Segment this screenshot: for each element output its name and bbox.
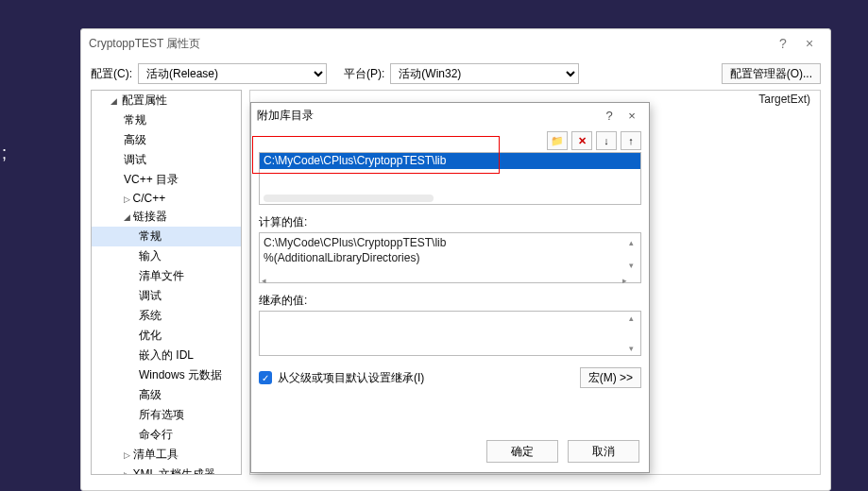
tree-item-linker-manifest[interactable]: 清单文件 xyxy=(92,266,241,286)
tree-item-linker-cmdline[interactable]: 命令行 xyxy=(92,425,241,445)
tree-item-linker-optimize[interactable]: 优化 xyxy=(92,326,241,346)
move-down-icon[interactable]: ↓ xyxy=(596,131,617,150)
tree-item-linker-winmd[interactable]: Windows 元数据 xyxy=(92,365,241,385)
popup-toolbar: 📁 ✕ ↓ ↑ xyxy=(251,127,649,152)
inherited-label: 继承的值: xyxy=(259,293,641,309)
new-folder-icon[interactable]: 📁 xyxy=(547,131,568,150)
platform-label: 平台(P): xyxy=(344,66,384,82)
directories-listbox[interactable]: C:\MyCode\CPlus\CryptoppTEST\lib xyxy=(259,152,641,205)
property-tree[interactable]: 配置属性 常规 高级 调试 VC++ 目录 C/C++ 链接器 常规 输入 清单… xyxy=(91,90,242,475)
popup-close-button[interactable]: × xyxy=(621,109,643,123)
window-title: CryptoppTEST 属性页 xyxy=(89,36,200,52)
horizontal-scrollbar[interactable]: ◂▸ xyxy=(262,273,627,280)
tree-item-linker-debug[interactable]: 调试 xyxy=(92,286,241,306)
popup-titlebar: 附加库目录 ? × xyxy=(251,103,649,127)
background-stub: ; xyxy=(2,144,7,163)
ok-button[interactable]: 确定 xyxy=(486,440,558,463)
vertical-scrollbar[interactable]: ▴▾ xyxy=(629,235,638,273)
directory-entry[interactable]: C:\MyCode\CPlus\CryptoppTEST\lib xyxy=(260,153,640,169)
tree-item-linker-idl[interactable]: 嵌入的 IDL xyxy=(92,346,241,365)
tree-item-vcdirs[interactable]: VC++ 目录 xyxy=(92,170,241,190)
cancel-button[interactable]: 取消 xyxy=(568,440,639,463)
inherit-checkbox[interactable]: ✓ xyxy=(259,371,272,384)
tree-node-linker[interactable]: 链接器 xyxy=(92,207,241,227)
tree-item-general[interactable]: 常规 xyxy=(92,110,241,130)
computed-values-box: C:\MyCode\CPlus\CryptoppTEST\lib %(Addit… xyxy=(259,232,641,283)
tree-node-cpp[interactable]: C/C++ xyxy=(92,190,241,207)
computed-label: 计算的值: xyxy=(259,214,641,230)
tree-node-manifest-tool[interactable]: 清单工具 xyxy=(92,445,241,465)
delete-icon[interactable]: ✕ xyxy=(571,131,592,150)
inherited-values-box: ▴▾ xyxy=(259,311,641,356)
configuration-manager-button[interactable]: 配置管理器(O)... xyxy=(722,63,821,84)
additional-library-dirs-dialog: 附加库目录 ? × 📁 ✕ ↓ ↑ C:\MyCode\CPlus\Crypto… xyxy=(250,102,650,473)
configuration-select[interactable]: 活动(Release) xyxy=(138,63,327,84)
computed-line: C:\MyCode\CPlus\CryptoppTEST\lib xyxy=(264,235,637,250)
move-up-icon[interactable]: ↑ xyxy=(621,131,641,150)
macros-button[interactable]: 宏(M) >> xyxy=(580,367,641,388)
help-button[interactable]: ? xyxy=(770,36,796,51)
close-button[interactable]: × xyxy=(796,36,823,51)
tree-item-linker-advanced[interactable]: 高级 xyxy=(92,385,241,405)
config-label: 配置(C): xyxy=(91,66,132,82)
tree-item-linker-input[interactable]: 输入 xyxy=(92,246,241,266)
tree-item-advanced[interactable]: 高级 xyxy=(92,130,241,150)
tree-node-xmldoc[interactable]: XML 文档生成器 xyxy=(92,465,241,475)
configuration-row: 配置(C): 活动(Release) 平台(P): 活动(Win32) 配置管理… xyxy=(81,58,830,90)
computed-line: %(AdditionalLibraryDirectories) xyxy=(264,250,637,265)
tree-root[interactable]: 配置属性 xyxy=(92,91,241,110)
tree-item-linker-allopts[interactable]: 所有选项 xyxy=(92,405,241,425)
tree-item-linker-system[interactable]: 系统 xyxy=(92,306,241,326)
targetext-text: TargetExt) xyxy=(758,93,810,106)
popup-title: 附加库目录 xyxy=(257,108,314,124)
tree-item-debug[interactable]: 调试 xyxy=(92,150,241,170)
popup-help-button[interactable]: ? xyxy=(598,109,621,123)
horizontal-scrollbar[interactable] xyxy=(264,195,434,202)
platform-select[interactable]: 活动(Win32) xyxy=(390,63,579,84)
tree-item-linker-general[interactable]: 常规 xyxy=(92,227,241,246)
titlebar: CryptoppTEST 属性页 ? × xyxy=(81,29,830,58)
vertical-scrollbar[interactable]: ▴▾ xyxy=(629,313,638,353)
inherit-checkbox-label: 从父级或项目默认设置继承(I) xyxy=(278,370,424,386)
